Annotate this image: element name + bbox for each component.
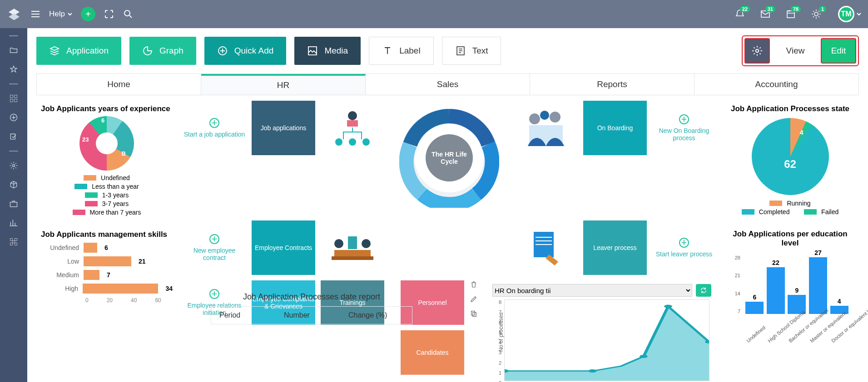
svg-marker-1: [9, 14, 20, 20]
svg-rect-8: [10, 99, 13, 102]
svg-rect-32: [334, 250, 371, 256]
rail-check-icon[interactable]: [9, 132, 19, 142]
svg-rect-23: [347, 120, 358, 127]
notifications-calendar[interactable]: 78: [785, 9, 796, 20]
legend: Running Completed Failed: [726, 200, 854, 215]
tab-sales[interactable]: Sales: [366, 74, 530, 95]
card-title: Job Application Processes date report: [211, 292, 412, 302]
svg-point-2: [124, 10, 130, 16]
tile-leaver-process[interactable]: Leaver process: [583, 220, 647, 275]
chart-selector[interactable]: HR On boarding tii: [492, 284, 692, 297]
user-menu[interactable]: TM: [838, 6, 862, 22]
tab-reports[interactable]: Reports: [530, 74, 694, 95]
svg-rect-17: [13, 241, 15, 243]
tool-graph[interactable]: Graph: [129, 37, 196, 65]
tile-start-job-application[interactable]: +Start a job application: [183, 101, 246, 155]
card-title: Job Applicants years of experience: [41, 104, 173, 113]
svg-rect-38: [471, 311, 475, 315]
dashboard-grid: Job Applicants years of experience 23 6 …: [36, 101, 859, 382]
theme-badge: 1: [819, 6, 826, 12]
tile-start-leaver[interactable]: +Start leaver process: [652, 220, 716, 275]
card-title: Job Application Processes state: [726, 104, 854, 113]
svg-rect-7: [15, 95, 17, 98]
help-menu[interactable]: Help: [49, 10, 73, 19]
tool-application[interactable]: Application: [36, 37, 121, 65]
svg-point-30: [540, 111, 549, 120]
tab-accounting[interactable]: Accounting: [694, 74, 858, 95]
tile-row-1: +Start a job application Job application…: [183, 101, 716, 215]
tab-hr[interactable]: HR: [201, 74, 366, 95]
notifications-mail[interactable]: 31: [760, 9, 771, 20]
tab-home[interactable]: Home: [37, 74, 201, 95]
rail-separator: [9, 151, 18, 152]
plus-icon: +: [679, 238, 689, 248]
top-bar: Help + 22 31 78 1 TM: [0, 0, 868, 28]
rail-cube-icon[interactable]: [9, 180, 19, 190]
edit-button[interactable]: Edit: [821, 38, 856, 64]
tile-on-boarding[interactable]: On Boarding: [583, 101, 647, 155]
card-process-state: Job Application Processes state 4 62 Run…: [721, 101, 859, 220]
tile-employee-contracts[interactable]: Employee Contracts: [252, 220, 315, 275]
svg-point-22: [348, 111, 357, 120]
svg-point-43: [664, 305, 672, 308]
edit-icon[interactable]: [470, 295, 478, 303]
tool-media[interactable]: Media: [294, 37, 361, 65]
svg-rect-19: [308, 47, 317, 55]
search-icon[interactable]: [123, 9, 134, 20]
fullscreen-icon[interactable]: [104, 9, 114, 20]
plus-icon: +: [679, 114, 689, 124]
plot-area: [504, 299, 709, 381]
svg-point-35: [362, 239, 371, 248]
rail-folder-icon[interactable]: [9, 45, 19, 55]
cycle-label: The HR Life Cycle: [426, 134, 473, 181]
tile-candidates[interactable]: Candidates: [401, 330, 464, 375]
copy-icon[interactable]: [470, 309, 478, 318]
tool-text[interactable]: Text: [442, 37, 501, 65]
notifications-bell[interactable]: 22: [734, 9, 745, 20]
calendar-badge: 78: [791, 6, 801, 12]
svg-rect-33: [332, 256, 373, 260]
avatar: TM: [838, 6, 854, 22]
rail-apps-icon[interactable]: [9, 93, 19, 103]
settings-button[interactable]: [744, 38, 770, 64]
main-area: Application Graph Quick Add Media Label …: [27, 28, 868, 382]
tile-job-applications[interactable]: Job applications: [252, 101, 315, 155]
menu-icon[interactable]: [30, 9, 41, 20]
donut-years: 23 6 B: [79, 116, 134, 171]
tile-row-2: +New employee contract Employee Contract…: [183, 220, 716, 275]
svg-rect-12: [10, 202, 17, 207]
svg-point-24: [335, 138, 342, 146]
rail-chart-icon[interactable]: [9, 218, 19, 228]
tile-new-employee-contract[interactable]: +New employee contract: [183, 220, 246, 275]
svg-rect-9: [15, 99, 17, 102]
svg-point-42: [640, 355, 648, 358]
svg-point-41: [589, 369, 597, 372]
svg-point-5: [814, 12, 818, 16]
card-management-skills: Job Applicants management skills Undefin…: [36, 226, 177, 307]
svg-rect-36: [348, 236, 357, 249]
tool-label[interactable]: Label: [369, 37, 434, 65]
donut-state: 4 62: [752, 118, 829, 195]
rail-separator: [9, 35, 18, 36]
svg-rect-14: [15, 239, 17, 241]
tool-quick-add[interactable]: Quick Add: [204, 37, 287, 65]
view-button[interactable]: View: [777, 38, 813, 64]
refresh-button[interactable]: [696, 284, 711, 297]
add-button[interactable]: +: [81, 7, 95, 21]
help-label: Help: [49, 10, 65, 19]
chevron-down-icon: [856, 11, 862, 17]
rail-grid-icon[interactable]: [9, 237, 19, 247]
rail-add-icon[interactable]: [9, 113, 19, 122]
rail-briefcase-icon[interactable]: [9, 199, 19, 209]
trash-icon[interactable]: [470, 280, 478, 289]
hr-life-cycle: The HR Life Cycle: [390, 101, 509, 215]
theme-toggle[interactable]: 1: [811, 9, 822, 20]
svg-point-34: [334, 239, 343, 248]
tile-new-onboarding[interactable]: +New On Boarding process: [652, 101, 716, 155]
rail-star-icon[interactable]: [9, 64, 19, 74]
rail-gear-icon[interactable]: [9, 161, 19, 171]
svg-point-11: [13, 165, 15, 167]
svg-point-25: [349, 138, 356, 146]
app-logo[interactable]: [6, 6, 22, 22]
card-years-of-experience: Job Applicants years of experience 23 6 …: [36, 101, 177, 221]
